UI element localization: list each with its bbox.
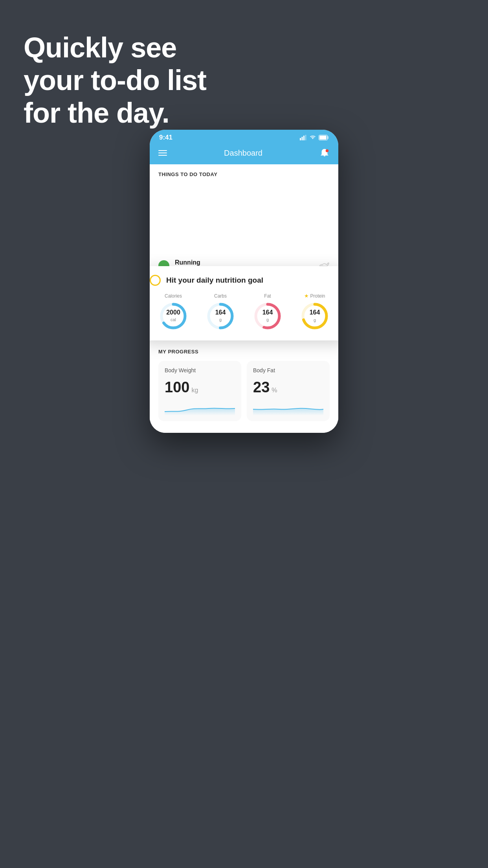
nutrition-calories: Calories 2000 cal bbox=[158, 293, 188, 331]
body-fat-unit: % bbox=[272, 387, 277, 394]
fat-donut: 164 g bbox=[253, 301, 283, 331]
todo-items-container: Hit your daily nutrition goal Calories bbox=[150, 253, 338, 331]
nav-title: Dashboard bbox=[224, 149, 262, 158]
carbs-donut: 164 g bbox=[205, 301, 235, 331]
hero-text: Quickly see your to-do list for the day. bbox=[24, 31, 206, 129]
fat-label: Fat bbox=[264, 293, 271, 299]
body-fat-title: Body Fat bbox=[253, 367, 323, 373]
fat-value: 164 g bbox=[262, 309, 273, 323]
progress-header: MY PROGRESS bbox=[158, 343, 330, 361]
things-today-header: THINGS TO DO TODAY bbox=[150, 164, 338, 182]
body-weight-unit: kg bbox=[191, 387, 198, 394]
calories-value: 2000 cal bbox=[166, 309, 180, 323]
calories-label: Calories bbox=[165, 293, 182, 299]
protein-donut: 164 g bbox=[300, 301, 330, 331]
card-title-row: Hit your daily nutrition goal bbox=[150, 275, 338, 286]
nutrition-card: Hit your daily nutrition goal Calories bbox=[150, 266, 338, 340]
hero-line3: for the day. bbox=[24, 97, 206, 129]
hamburger-menu[interactable] bbox=[158, 150, 167, 156]
progress-cards: Body Weight 100 kg bbox=[158, 361, 330, 421]
hamburger-line bbox=[158, 153, 167, 153]
protein-value: 164 g bbox=[310, 309, 320, 323]
body-weight-value-row: 100 kg bbox=[165, 379, 235, 396]
nutrition-protein: ★ Protein 164 g bbox=[300, 293, 330, 331]
svg-rect-5 bbox=[319, 136, 327, 140]
status-icons bbox=[300, 135, 329, 140]
status-bar: 9:41 bbox=[150, 130, 338, 144]
svg-rect-2 bbox=[303, 136, 305, 140]
signal-icon bbox=[300, 135, 307, 140]
protein-label: ★ Protein bbox=[304, 293, 325, 299]
nutrition-row: Calories 2000 cal bbox=[150, 293, 338, 331]
body-fat-sparkline bbox=[253, 401, 323, 416]
phone-content: THINGS TO DO TODAY Hit your daily nutrit… bbox=[150, 164, 338, 433]
body-fat-card[interactable]: Body Fat 23 % bbox=[247, 361, 330, 421]
progress-section: MY PROGRESS Body Weight 100 kg bbox=[150, 343, 338, 433]
body-weight-value: 100 bbox=[165, 379, 189, 396]
nutrition-carbs: Carbs 164 g bbox=[205, 293, 235, 331]
body-weight-title: Body Weight bbox=[165, 367, 235, 373]
protein-star-icon: ★ bbox=[304, 293, 309, 299]
battery-icon bbox=[319, 135, 329, 140]
running-title: Running bbox=[175, 259, 313, 266]
nutrition-fat: Fat 164 g bbox=[253, 293, 283, 331]
hero-line2: your to-do list bbox=[24, 64, 206, 97]
carbs-label: Carbs bbox=[214, 293, 227, 299]
hamburger-line bbox=[158, 150, 167, 151]
nutrition-circle-indicator bbox=[150, 275, 161, 286]
nutrition-card-title: Hit your daily nutrition goal bbox=[166, 276, 263, 285]
phone-shell: 9:41 Dashboar bbox=[150, 130, 338, 433]
body-fat-value-row: 23 % bbox=[253, 379, 323, 396]
nav-bar: Dashboard bbox=[150, 144, 338, 164]
hero-line1: Quickly see bbox=[24, 31, 206, 64]
svg-point-6 bbox=[326, 149, 328, 152]
calories-donut: 2000 cal bbox=[158, 301, 188, 331]
svg-rect-3 bbox=[305, 135, 306, 140]
status-time: 9:41 bbox=[159, 134, 172, 142]
hamburger-line bbox=[158, 155, 167, 156]
body-weight-sparkline bbox=[165, 401, 235, 416]
svg-rect-0 bbox=[300, 138, 301, 140]
carbs-value: 164 g bbox=[215, 309, 226, 323]
wifi-icon bbox=[309, 135, 316, 140]
svg-rect-1 bbox=[302, 137, 303, 140]
body-fat-value: 23 bbox=[253, 379, 270, 396]
body-weight-card[interactable]: Body Weight 100 kg bbox=[158, 361, 241, 421]
notification-bell-icon[interactable] bbox=[319, 148, 330, 158]
